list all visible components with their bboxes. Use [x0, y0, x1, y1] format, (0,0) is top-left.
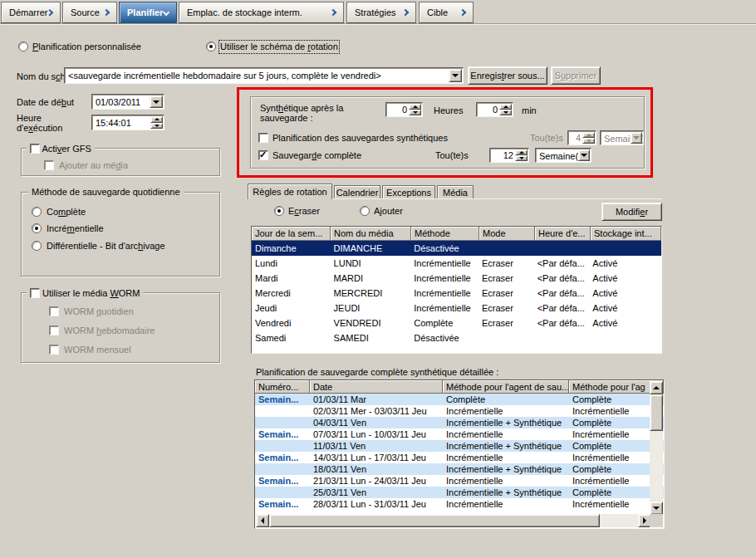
table-row[interactable]: 11/03/11 Ven Incrémentielle + Synthétiqu…: [255, 440, 664, 452]
full-unit-combobox[interactable]: Semaine(s): [535, 148, 592, 163]
column-header-mode[interactable]: Mode: [479, 227, 535, 241]
spin-down-button[interactable]: [499, 110, 512, 115]
rotation-plan-label[interactable]: Utiliser le schéma de rotation: [220, 42, 338, 52]
schema-name-combobox[interactable]: <sauvegarde incrémentielle hebdomadaire …: [64, 67, 464, 84]
append-media-label: Ajouter au média: [59, 160, 128, 171]
vertical-scrollbar[interactable]: [650, 381, 663, 515]
cell: Incrémentielle: [410, 301, 479, 316]
spin-down-button[interactable]: [515, 155, 528, 161]
table-row[interactable]: Vendredi VENDREDI Complète Ecraser <Par …: [252, 316, 661, 330]
start-date-picker[interactable]: 01/03/2011: [91, 94, 164, 110]
table-row[interactable]: Semain... 07/03/11 Lun - 10/03/11 Jeu In…: [255, 428, 664, 440]
scroll-up-button[interactable]: [650, 381, 663, 394]
synthetic-hours-spinner[interactable]: 0: [385, 102, 423, 117]
cell: Incrémentielle + Synthétique: [443, 463, 569, 475]
tab-emplacement-stockage[interactable]: Emplac. de stockage interm.: [179, 2, 344, 23]
method-complete-radio[interactable]: [32, 207, 42, 217]
cell: Désactivée: [410, 241, 479, 256]
column-header-storage[interactable]: Stockage int...: [591, 227, 661, 241]
scroll-down-button[interactable]: [650, 502, 663, 515]
table-row[interactable]: Samedi SAMEDI Désactivée: [252, 330, 661, 345]
column-header-date[interactable]: Date: [310, 380, 443, 394]
tab-calendrier[interactable]: Calendrier: [334, 185, 380, 199]
tab-cible[interactable]: Cible: [419, 2, 474, 23]
spin-down-button[interactable]: [150, 123, 163, 130]
plan-synthetic-label[interactable]: Planification des sauvegardes synthétiqu…: [272, 133, 448, 144]
tab-source[interactable]: Source: [62, 2, 117, 23]
table-row[interactable]: Mardi MARDI Incrémentielle Ecraser <Par …: [252, 271, 661, 286]
dropdown-arrow-button[interactable]: [578, 149, 590, 161]
custom-plan-radio[interactable]: [18, 42, 28, 51]
full-count-spinner[interactable]: 12: [489, 148, 529, 163]
scrollbar-thumb[interactable]: [650, 394, 663, 431]
overwrite-radio[interactable]: [274, 206, 284, 216]
full-backup-label[interactable]: Sauvegarde complète: [272, 150, 361, 161]
modify-button[interactable]: Modifier: [601, 203, 662, 221]
dropdown-arrow-button[interactable]: [150, 95, 163, 108]
tab-media[interactable]: Média: [437, 185, 474, 199]
spin-up-button[interactable]: [150, 116, 163, 123]
rotation-plan-radio[interactable]: [206, 42, 216, 51]
horizontal-scrollbar[interactable]: [256, 514, 651, 527]
tab-demarrer[interactable]: Démarrer: [1, 2, 61, 23]
append-label[interactable]: Ajouter: [374, 206, 403, 217]
spin-up-button[interactable]: [515, 149, 528, 155]
cell: 21/03/11 Lun - 24/03/11 Jeu: [310, 475, 443, 487]
plan-synthetic-checkbox[interactable]: [258, 133, 268, 143]
method-complete-label[interactable]: Complète: [47, 207, 86, 218]
table-row[interactable]: 02/03/11 Mer - 03/03/11 Jeu Incrémentiel…: [255, 405, 664, 417]
use-worm-label[interactable]: Utiliser le média WORM: [42, 288, 140, 298]
spin-up-button[interactable]: [499, 104, 512, 110]
table-row[interactable]: Jeudi JEUDI Incrémentielle Ecraser <Par …: [252, 301, 661, 316]
enable-gfs-checkbox[interactable]: [30, 144, 40, 154]
caret-down-icon: [153, 100, 160, 104]
plan-count-value: 4: [570, 133, 581, 143]
exec-time-spinner[interactable]: 15:44:01: [91, 115, 164, 130]
table-row[interactable]: Semain... 14/03/11 Lun - 17/03/11 Jeu In…: [255, 452, 664, 463]
table-row-selected[interactable]: Dimanche DIMANCHE Désactivée: [252, 241, 661, 256]
method-incremental-label[interactable]: Incrémentielle: [47, 223, 104, 234]
save-as-button[interactable]: Enregistrer sous...: [468, 66, 547, 85]
column-header-media[interactable]: Nom du média: [331, 227, 411, 241]
spinner-buttons[interactable]: [515, 149, 528, 161]
column-header-method[interactable]: Méthode: [411, 227, 479, 241]
spinner-buttons[interactable]: [499, 104, 512, 115]
column-header-time[interactable]: Heure d'e...: [535, 227, 591, 241]
method-differential-radio[interactable]: [32, 241, 42, 251]
cell: <Par défa...: [534, 316, 590, 330]
synthetic-minutes-spinner[interactable]: 0: [476, 102, 513, 117]
append-radio[interactable]: [360, 206, 370, 216]
scroll-left-button[interactable]: [256, 514, 269, 527]
table-row[interactable]: 18/03/11 Ven Incrémentielle + Synthétiqu…: [255, 463, 664, 475]
table-row[interactable]: Semain... 28/03/11 Lun - 31/03/11 Jeu In…: [255, 498, 664, 510]
table-row[interactable]: Mercredi MERCREDI Incrémentielle Ecraser…: [252, 286, 661, 301]
dropdown-arrow-button[interactable]: [449, 69, 462, 82]
tab-planifier[interactable]: Planifier: [119, 2, 177, 23]
table-row[interactable]: Lundi LUNDI Incrémentielle Ecraser <Par …: [252, 256, 661, 271]
full-every-label: Tou(te)s: [435, 150, 469, 161]
tab-strategies[interactable]: Stratégies: [346, 2, 416, 23]
spinner-buttons[interactable]: [150, 116, 163, 129]
column-header-method-agent[interactable]: Méthode pour l'agent de sau...: [443, 380, 569, 394]
tab-exceptions[interactable]: Exceptions: [382, 185, 435, 199]
use-worm-checkbox[interactable]: [30, 288, 40, 298]
overwrite-label[interactable]: Ecraser: [288, 206, 320, 217]
scrollbar-thumb[interactable]: [269, 514, 600, 527]
table-row[interactable]: Semain... 01/03/11 Mar Complète Complète: [255, 394, 664, 405]
cell: Mardi: [252, 271, 331, 286]
table-row[interactable]: Semain... 21/03/11 Lun - 24/03/11 Jeu In…: [255, 475, 664, 487]
method-incremental-radio[interactable]: [32, 223, 42, 233]
table-row[interactable]: 25/03/11 Ven Incrémentielle + Synthétiqu…: [255, 487, 664, 498]
spinner-buttons[interactable]: [409, 104, 421, 115]
method-differential-label[interactable]: Différentielle - Bit d'archivage: [47, 241, 165, 252]
column-header-number[interactable]: Numéro...: [255, 380, 310, 394]
column-header-day[interactable]: Jour de la sem...: [252, 227, 331, 241]
spin-up-button[interactable]: [409, 104, 421, 110]
table-row[interactable]: 04/03/11 Ven Incrémentielle + Synthétiqu…: [255, 417, 664, 428]
spin-down-button[interactable]: [409, 110, 421, 115]
custom-plan-label[interactable]: Planification personnalisée: [32, 42, 141, 52]
tab-label: Emplac. de stockage interm.: [187, 7, 302, 17]
full-backup-checkbox[interactable]: [258, 150, 268, 160]
tab-regles-rotation[interactable]: Règles de rotation: [248, 184, 332, 199]
enable-gfs-label[interactable]: Activer GFS: [42, 144, 91, 154]
